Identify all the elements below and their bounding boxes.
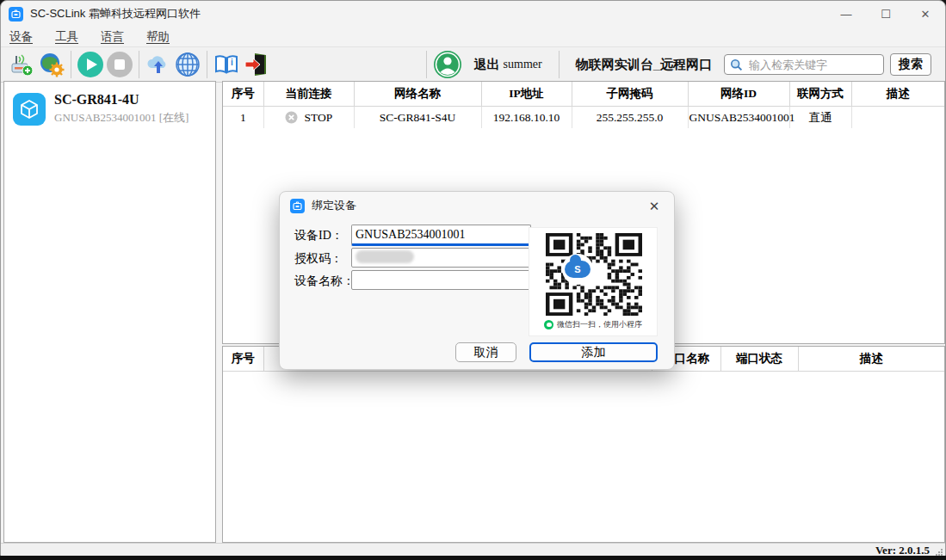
cell-network-id: GNUSAB2534001001 [688, 107, 789, 129]
cloud-upload-icon[interactable] [144, 50, 173, 79]
toolbar-separator [426, 51, 427, 78]
toolbar-separator [139, 51, 139, 78]
desktop-edge [0, 556, 946, 560]
device-name-label: 设备名称： [294, 274, 355, 289]
device-subtitle: GNUSAB2534001001 [在线] [54, 110, 189, 126]
help-manual-icon[interactable]: i [212, 50, 241, 79]
col-network-name[interactable]: 网络名称 [354, 82, 481, 107]
stop-icon[interactable] [105, 50, 134, 79]
toolbar-separator [559, 51, 560, 78]
auth-code-redacted-blur [356, 250, 414, 263]
qr-panel: S 微信扫一扫，使用小程序 [529, 227, 658, 336]
svg-text:i: i [231, 58, 233, 67]
username-label: summer [504, 58, 542, 71]
toolbar-right: 退出 summer 物联网实训台_远程网口 搜索 [422, 47, 945, 82]
search-box [724, 54, 884, 75]
dialog-title-bar: 绑定设备 ✕ [280, 192, 674, 219]
device-sidebar: SC-GR841-4U GNUSAB2534001001 [在线] [3, 81, 216, 543]
cancel-button[interactable]: 取消 [455, 342, 516, 362]
cell-connection-text: STOP [305, 111, 333, 125]
col-port-status[interactable]: 端口状态 [720, 347, 798, 372]
search-input[interactable] [747, 58, 878, 72]
sidebar-device-item[interactable]: SC-GR841-4U GNUSAB2534001001 [在线] [4, 82, 215, 136]
cell-desc [851, 107, 944, 129]
user-avatar[interactable] [433, 50, 462, 79]
cell-ip: 192.168.10.10 [481, 107, 572, 129]
stopped-x-icon [285, 111, 298, 124]
cell-mode: 直通 [789, 107, 851, 129]
network-table-row[interactable]: 1 STOP SC-GR841-S4U 192.168.10.10 255.25… [223, 107, 944, 129]
close-button[interactable]: ✕ [906, 1, 945, 27]
device-name: SC-GR841-4U [54, 92, 189, 108]
app-icon [9, 7, 23, 22]
qr-code [546, 233, 642, 316]
device-name-input[interactable] [351, 270, 531, 290]
network-settings-icon[interactable] [37, 50, 66, 79]
minimize-button[interactable]: — [826, 1, 866, 27]
col-ip[interactable]: IP地址 [481, 82, 572, 107]
col-port-desc[interactable]: 描述 [798, 347, 944, 372]
logout-button[interactable]: 退出 [474, 57, 500, 73]
menu-device[interactable]: 设备 [9, 29, 33, 45]
add-button[interactable]: 添加 [529, 342, 658, 362]
device-info: SC-GR841-4U GNUSAB2534001001 [在线] [54, 92, 189, 126]
add-device-icon[interactable] [8, 50, 37, 79]
dialog-app-icon [290, 199, 305, 213]
col-desc[interactable]: 描述 [851, 82, 944, 107]
col-index[interactable]: 序号 [223, 82, 263, 107]
cell-mask: 255.255.255.0 [572, 107, 688, 129]
toolbar: i 退出 summer 物联网实训台_远程网口 [1, 46, 945, 83]
window-controls: — ☐ ✕ [826, 1, 945, 27]
col-mask[interactable]: 子网掩码 [572, 82, 688, 107]
device-cube-icon [13, 93, 46, 126]
group-name-label: 物联网实训台_远程网口 [576, 57, 712, 73]
dialog-title: 绑定设备 [312, 198, 356, 213]
dialog-close-icon[interactable]: ✕ [645, 197, 664, 216]
menu-bar: 设备 工具 语言 帮助 [1, 27, 945, 46]
cell-connection: STOP [263, 107, 354, 129]
menu-help[interactable]: 帮助 [146, 29, 170, 45]
cell-index: 1 [223, 107, 263, 129]
search-icon [730, 58, 743, 71]
device-id-label: 设备ID： [294, 228, 343, 243]
col-connection[interactable]: 当前连接 [263, 82, 354, 107]
device-id-input[interactable] [351, 225, 531, 246]
window-title: SC-SCLink 霜蝉科技远程网口软件 [30, 6, 201, 22]
qr-center-logo: S [562, 254, 593, 285]
toolbar-separator [71, 51, 71, 78]
auth-code-label: 授权码： [294, 251, 343, 267]
maximize-button[interactable]: ☐ [866, 1, 906, 27]
col-mode[interactable]: 联网方式 [789, 82, 851, 107]
network-table-header-row: 序号 当前连接 网络名称 IP地址 子网掩码 网络ID 联网方式 描述 [223, 82, 944, 107]
wechat-icon [544, 320, 553, 329]
app-window: SC-SCLink 霜蝉科技远程网口软件 — ☐ ✕ 设备 工具 语言 帮助 [0, 0, 946, 556]
cloud-logo-icon: S [565, 261, 590, 278]
menu-language[interactable]: 语言 [101, 29, 124, 45]
qr-caption-text: 微信扫一扫，使用小程序 [557, 319, 642, 330]
internet-icon[interactable] [173, 50, 202, 79]
title-bar: SC-SCLink 霜蝉科技远程网口软件 — ☐ ✕ [1, 1, 945, 27]
port-table-panel: 序号 端口名称 端口状态 描述 [222, 346, 945, 543]
menu-tools[interactable]: 工具 [55, 29, 78, 45]
col-network-id[interactable]: 网络ID [688, 82, 789, 107]
network-table: 序号 当前连接 网络名称 IP地址 子网掩码 网络ID 联网方式 描述 1 [223, 82, 944, 128]
col-port-index[interactable]: 序号 [223, 347, 263, 372]
qr-caption-row: 微信扫一扫，使用小程序 [529, 319, 657, 330]
search-button[interactable]: 搜索 [890, 53, 931, 76]
start-icon[interactable] [76, 50, 105, 79]
toolbar-separator [207, 51, 207, 78]
exit-app-icon[interactable] [241, 50, 270, 79]
bind-device-dialog: 绑定设备 ✕ 设备ID： 授权码： 设备名称： S 微信扫一扫，使用小程序 取消… [279, 191, 675, 370]
cell-network-name: SC-GR841-S4U [354, 107, 481, 129]
